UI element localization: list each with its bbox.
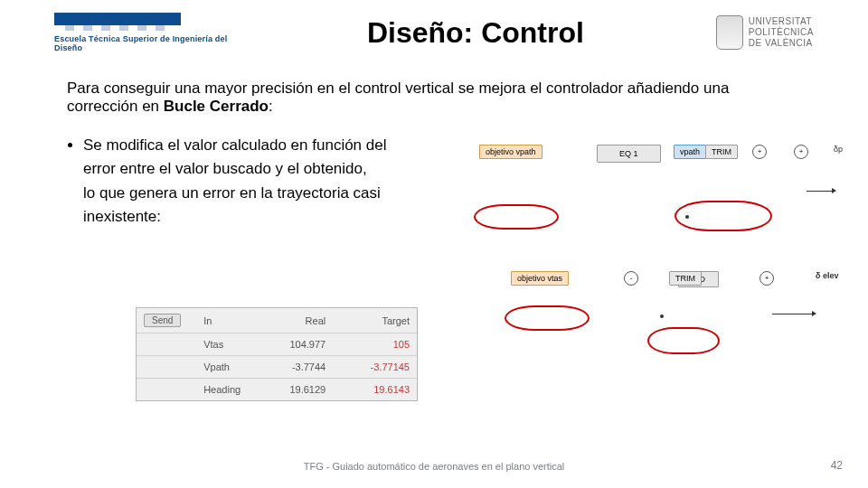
- block-vpath: vpath: [674, 145, 706, 159]
- table-row: Vtas 104.977 105: [137, 333, 417, 356]
- results-table: Send In Real Target Vtas 104.977 105 Vpa…: [136, 307, 418, 401]
- shield-icon: [716, 15, 743, 50]
- logo-etsid: Escuela Técnica Superior de Ingeniería d…: [54, 13, 235, 52]
- block-trim: TRIM: [705, 145, 738, 159]
- table-row: Vpath -3.7744 -3.77145: [137, 356, 417, 379]
- slide-header: Escuela Técnica Superior de Ingeniería d…: [0, 0, 868, 52]
- intro-paragraph: Para conseguir una mayor precisión en el…: [0, 52, 868, 116]
- bullet-text: Se modifica el valor calculado en funció…: [67, 134, 447, 229]
- table-header-row: Send In Real Target: [137, 308, 417, 333]
- output-elev: δ elev: [816, 271, 838, 280]
- block-obj-vpath: objetivo vpath: [479, 145, 542, 159]
- block-diagram-elev: vtas objetivo vtas - PID TRIM + δ elev: [479, 271, 841, 357]
- send-button[interactable]: Send: [144, 314, 181, 327]
- slide-title: Diseño: Control: [235, 16, 716, 50]
- logo-upv: UNIVERSITAT POLITÈCNICA DE VALÈNCIA: [716, 15, 814, 50]
- block-eq1: EQ 1: [597, 145, 661, 163]
- block-trim2: TRIM: [669, 271, 702, 286]
- output-dp: δp: [834, 145, 843, 154]
- block-diagram-dp: vtas h vpath objetivo vtas objetivo vpat…: [479, 145, 841, 244]
- footer-text: TFG - Guiado automático de aeronaves en …: [0, 461, 868, 472]
- table-row: Heading 19.6129 19.6143: [137, 379, 417, 401]
- block-obj-vtas2: objetivo vtas: [511, 271, 569, 286]
- logo-etsid-text: Escuela Técnica Superior de Ingeniería d…: [54, 34, 235, 52]
- page-number: 42: [831, 459, 843, 472]
